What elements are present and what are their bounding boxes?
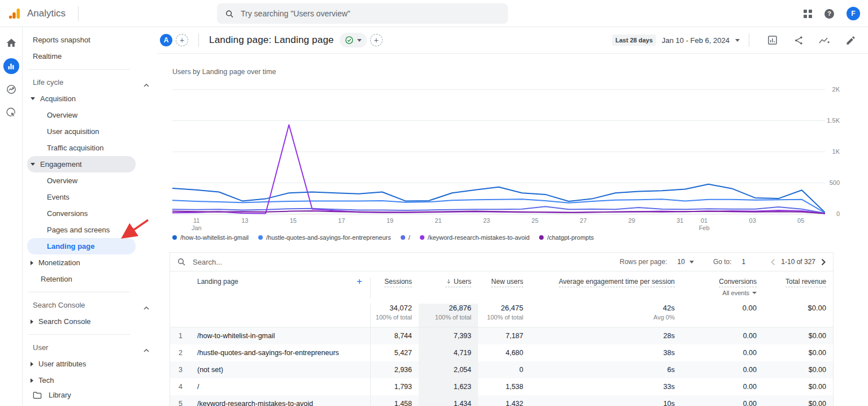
- chevron-up-icon: [144, 80, 149, 89]
- legend-dot-icon: [420, 235, 424, 240]
- landing-page-cell: /how-to-whitelist-in-gmail: [193, 327, 371, 344]
- analytics-logo-icon: [8, 7, 21, 20]
- table-search[interactable]: [177, 257, 620, 266]
- chart-title: Users by Landing page over time: [172, 68, 276, 76]
- sidebar-item-user-attributes[interactable]: User attributes: [27, 356, 136, 372]
- main-content: A + Landing page: Landing page + Last 28…: [157, 27, 868, 406]
- column-header-users[interactable]: Users: [419, 278, 478, 299]
- explore-icon: [6, 84, 17, 95]
- report-nav-sidebar: Reports snapshot Realtime Life cycle Acq…: [23, 27, 157, 406]
- chevron-left-icon[interactable]: [770, 258, 775, 266]
- column-header-sessions[interactable]: Sessions: [371, 278, 419, 299]
- x-axis-tick: 15: [290, 217, 297, 224]
- conversions-event-filter[interactable]: All events: [722, 290, 757, 296]
- landing-page-cell: /: [193, 378, 371, 395]
- apps-grid-icon[interactable]: [804, 10, 812, 18]
- date-range-selector[interactable]: Jan 10 - Feb 6, 2024: [662, 36, 730, 45]
- x-axis-tick: 05: [797, 217, 804, 224]
- rail-explore-button[interactable]: [3, 81, 19, 97]
- sidebar-item-realtime[interactable]: Realtime: [27, 48, 136, 64]
- property-badge[interactable]: A: [160, 34, 172, 46]
- sidebar-item-user-acquisition[interactable]: User acquisition: [27, 123, 136, 140]
- customize-report-button[interactable]: [766, 34, 779, 46]
- avatar[interactable]: F: [847, 7, 860, 20]
- chart-legend: /how-to-whitelist-in-gmail /hustle-quote…: [172, 234, 594, 241]
- chevron-down-icon[interactable]: [735, 39, 740, 42]
- home-icon: [6, 37, 17, 49]
- expand-arrow-icon: [31, 261, 33, 265]
- y-axis-tick: 0: [814, 210, 840, 217]
- sidebar-item-events[interactable]: Events: [27, 189, 136, 205]
- landing-page-cell: (not set): [193, 361, 371, 378]
- sidebar-section-life-cycle[interactable]: Life cycle: [27, 74, 136, 90]
- brand-divider: [78, 6, 79, 21]
- x-axis-tick: 29: [628, 217, 635, 224]
- rows-per-page-value[interactable]: 10: [678, 258, 685, 266]
- insights-button[interactable]: [818, 34, 831, 46]
- landing-page-cell: /hustle-quotes-and-sayings-for-entrepren…: [193, 344, 371, 361]
- table-row: 4 / 1,793 1,623 1,538 33s 0.00 $0.00: [170, 378, 833, 395]
- report-status-pill[interactable]: [340, 33, 367, 47]
- sidebar-item-engagement[interactable]: Engagement: [27, 156, 136, 172]
- totals-conversions: 0.00: [682, 304, 763, 327]
- sidebar-item-retention[interactable]: Retention: [27, 271, 136, 287]
- goto-label: Go to:: [713, 258, 732, 266]
- column-header-total-revenue[interactable]: Total revenue: [763, 278, 833, 299]
- column-header-landing-page: Landing page +: [193, 278, 371, 299]
- sidebar-item-reports-snapshot[interactable]: Reports snapshot: [27, 32, 136, 48]
- legend-dot-icon: [539, 235, 544, 240]
- sidebar-item-acquisition-overview[interactable]: Overview: [27, 107, 136, 123]
- rows-per-page-label: Rows per page:: [620, 258, 667, 266]
- chevron-down-icon[interactable]: [689, 261, 694, 264]
- totals-total-revenue: $0.00: [763, 304, 833, 327]
- add-report-tab-button[interactable]: +: [370, 34, 383, 46]
- legend-dot-icon: [258, 235, 263, 240]
- sidebar-item-traffic-acquisition[interactable]: Traffic acquisition: [27, 140, 136, 156]
- global-search[interactable]: [217, 3, 508, 24]
- goto-page-value[interactable]: 1: [742, 258, 746, 266]
- pagination-range: 1-10 of 327: [781, 258, 815, 266]
- chevron-right-icon[interactable]: [821, 258, 826, 266]
- chevron-down-icon: [357, 39, 362, 42]
- rail-home-button[interactable]: [3, 35, 19, 51]
- brand: Analytics: [0, 6, 79, 21]
- table-search-input[interactable]: [193, 258, 362, 266]
- sidebar-item-acquisition[interactable]: Acquisition: [27, 90, 136, 107]
- report-title: Landing page: Landing page: [209, 34, 334, 46]
- sidebar-item-library[interactable]: Library: [33, 391, 71, 399]
- chevron-up-icon: [144, 345, 149, 354]
- column-header-avg-engagement[interactable]: Average engagement time per session: [530, 278, 682, 299]
- totals-users: 26,876100% of total: [419, 304, 478, 327]
- chart-x-axis-labels: 11Jan1315171921232527293101Feb0305: [172, 217, 825, 233]
- column-header-new-users[interactable]: New users: [478, 278, 530, 299]
- expand-arrow-icon: [31, 378, 33, 383]
- legend-dot-icon: [401, 235, 405, 240]
- sidebar-section-user[interactable]: User: [27, 339, 136, 356]
- add-comparison-button[interactable]: +: [176, 34, 188, 46]
- x-axis-tick: 13: [241, 217, 248, 224]
- reports-bar-chart-icon: [7, 62, 15, 71]
- table-row: 3 (not set) 2,936 2,054 0 6s 0.00 $0.00: [170, 361, 833, 378]
- sidebar-item-engagement-overview[interactable]: Overview: [27, 172, 136, 189]
- sidebar-item-monetization[interactable]: Monetization: [27, 254, 136, 271]
- folder-icon: [33, 391, 42, 399]
- table-header-row: Landing page + Sessions Users New users …: [170, 271, 833, 299]
- totals-sessions: 34,072100% of total: [371, 304, 419, 327]
- help-icon[interactable]: ?: [824, 9, 834, 19]
- y-axis-tick: 2K: [814, 86, 840, 93]
- header-divider: [198, 33, 199, 47]
- column-header-conversions[interactable]: Conversions All events: [682, 278, 763, 299]
- pager: 1-10 of 327: [770, 258, 826, 266]
- sidebar-item-search-console[interactable]: Search Console: [27, 313, 136, 330]
- share-button[interactable]: [792, 34, 805, 46]
- x-axis-tick: 25: [532, 217, 539, 224]
- rail-advertising-button[interactable]: [3, 105, 19, 120]
- sidebar-item-tech[interactable]: Tech: [27, 372, 136, 388]
- totals-avg-engagement: 42sAvg 0%: [530, 304, 682, 327]
- global-search-input[interactable]: [241, 9, 500, 18]
- sidebar-section-search-console[interactable]: Search Console: [27, 297, 136, 313]
- edit-button[interactable]: [844, 34, 857, 46]
- add-dimension-button[interactable]: +: [357, 278, 362, 286]
- rail-reports-button[interactable]: [3, 58, 19, 74]
- table-pagination-controls: Rows per page: 10 Go to: 1 1-10 of 327: [620, 258, 827, 266]
